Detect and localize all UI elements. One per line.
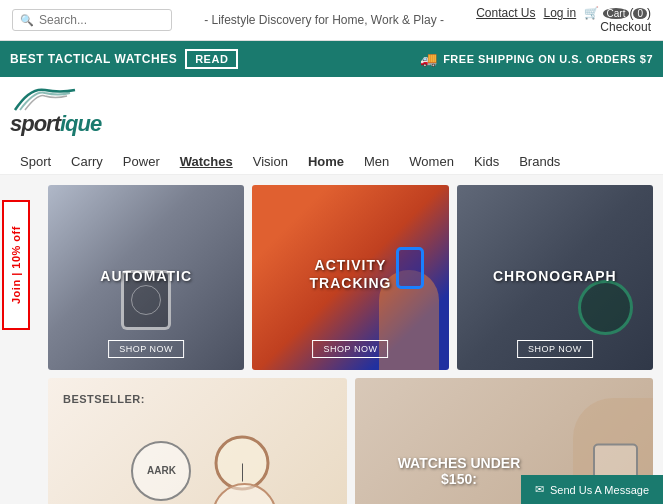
main-content: Join | 10% off AUTOMATIC SHOP NOW ACTIVI [0,175,663,504]
banner-title: BEST TACTICAL WATCHES [10,52,177,66]
card-activity[interactable]: ACTIVITY TRACKING SHOP NOW [252,185,448,370]
card-bestseller[interactable]: BESTSELLER: AARK [48,378,347,504]
send-message-button[interactable]: ✉ Send Us A Message [521,475,663,504]
send-message-label: Send Us A Message [550,484,649,496]
logo-arc-icon [10,85,80,113]
shipping-text: FREE SHIPPING ON U.S. ORDERS $7 [443,53,653,65]
card-activity-label: ACTIVITY TRACKING [310,256,392,292]
under150-label: WATCHES UNDER $150: [398,455,521,487]
login-link[interactable]: Log in [543,6,576,20]
card-chrono-shop-btn[interactable]: SHOP NOW [517,340,593,358]
nav-power[interactable]: Power [113,149,170,174]
cards-row-1: AUTOMATIC SHOP NOW ACTIVITY TRACKING SHO… [48,185,653,370]
nav-watches[interactable]: Watches [170,149,243,174]
read-button[interactable]: READ [185,49,238,69]
cart-count: 0 [633,8,647,19]
nav-kids[interactable]: Kids [464,149,509,174]
card-automatic-shop-btn[interactable]: SHOP NOW [108,340,184,358]
logo-nav: sportique Sport Carry Power Watches Visi… [0,77,663,175]
banner-bar: BEST TACTICAL WATCHES READ 🚚 FREE SHIPPI… [0,41,663,77]
cards-section: AUTOMATIC SHOP NOW ACTIVITY TRACKING SHO… [48,185,653,504]
top-right: Contact Us Log in 🛒 Cart(0) Checkout [476,6,651,34]
nav-men[interactable]: Men [354,149,399,174]
top-bar: 🔍 - Lifestyle Discovery for Home, Work &… [0,0,663,41]
nav-brands[interactable]: Brands [509,149,570,174]
envelope-icon: ✉ [535,483,544,496]
logo[interactable]: sportique [10,85,101,135]
side-join: Join | 10% off [0,195,32,335]
truck-icon: 🚚 [420,51,438,67]
card-chrono[interactable]: CHRONOGRAPH SHOP NOW [457,185,653,370]
contact-link[interactable]: Contact Us [476,6,535,20]
main-nav: Sport Carry Power Watches Vision Home Me… [10,143,653,174]
cart-label: Cart [603,8,630,19]
logo-text: sportique [10,113,101,135]
top-right-links: Contact Us Log in 🛒 Cart(0) [476,6,651,20]
nav-women[interactable]: Women [399,149,464,174]
nav-sport[interactable]: Sport [10,149,61,174]
aark-logo: AARK [131,441,191,501]
logo-row: sportique [10,77,653,143]
join-tab[interactable]: Join | 10% off [2,200,30,330]
nav-carry[interactable]: Carry [61,149,113,174]
bestseller-label: BESTSELLER: [63,393,145,405]
search-box[interactable]: 🔍 [12,9,172,31]
nav-home[interactable]: Home [298,149,354,174]
card-automatic[interactable]: AUTOMATIC SHOP NOW [48,185,244,370]
nav-vision[interactable]: Vision [243,149,298,174]
search-icon: 🔍 [20,14,34,27]
cart-button[interactable]: 🛒 Cart(0) [584,6,651,20]
card-chrono-label: CHRONOGRAPH [493,268,617,284]
checkout-link[interactable]: Checkout [600,20,651,34]
card-automatic-label: AUTOMATIC [100,268,192,284]
card-activity-shop-btn[interactable]: SHOP NOW [313,340,389,358]
search-input[interactable] [39,13,169,27]
shipping-notice: 🚚 FREE SHIPPING ON U.S. ORDERS $7 [420,51,653,67]
tagline: - Lifestyle Discovery for Home, Work & P… [204,13,444,27]
